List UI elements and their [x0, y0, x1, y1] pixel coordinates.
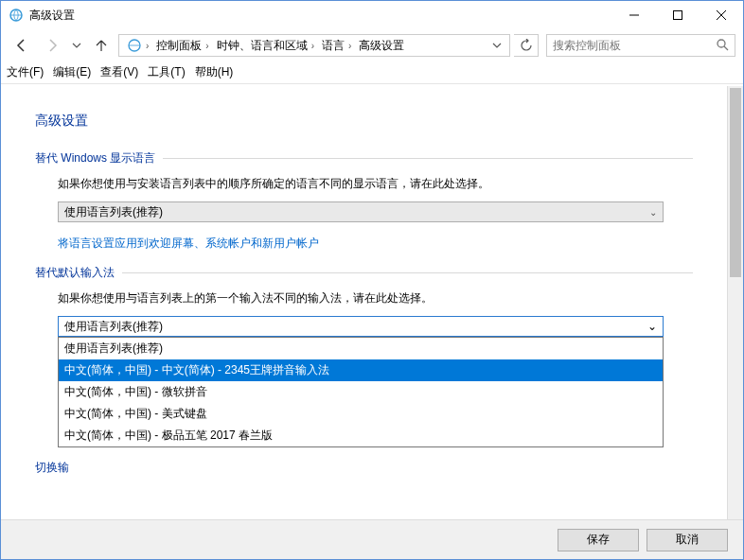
section-title-input-method: 替代默认输入法 [35, 265, 115, 281]
input-method-desc: 如果你想使用与语言列表上的第一个输入法不同的输入法，请在此处选择。 [58, 290, 693, 306]
titlebar: 高级设置 [1, 1, 743, 29]
search-input[interactable]: 搜索控制面板 [546, 34, 735, 57]
nav-row: › 控制面板› 时钟、语言和区域› 语言› 高级设置 搜索控制面板 [1, 29, 743, 61]
svg-rect-2 [674, 11, 682, 20]
chevron-down-icon: ⌄ [647, 320, 657, 333]
chevron-right-icon: › [348, 41, 351, 51]
breadcrumb-seg-1[interactable]: 控制面板› [152, 35, 212, 56]
refresh-button[interactable] [514, 34, 539, 57]
dropdown-option[interactable]: 中文(简体，中国) - 微软拼音 [59, 381, 663, 403]
minimize-button[interactable] [612, 1, 656, 29]
menu-file[interactable]: 文件(F) [7, 64, 44, 80]
section-title-display-lang: 替代 Windows 显示语言 [35, 150, 155, 166]
footer-bar: 保存 取消 [1, 519, 743, 559]
breadcrumb-label: 控制面板 [156, 38, 202, 54]
search-icon [716, 38, 729, 54]
dropdown-option[interactable]: 中文(简体，中国) - 极品五笔 2017 春兰版 [59, 425, 663, 446]
breadcrumb-seg-3[interactable]: 语言› [318, 35, 355, 56]
svg-line-7 [724, 46, 728, 50]
menu-view[interactable]: 查看(V) [100, 64, 138, 80]
svg-point-6 [717, 40, 725, 47]
search-placeholder: 搜索控制面板 [553, 38, 621, 54]
window-title: 高级设置 [29, 8, 612, 24]
menu-edit[interactable]: 编辑(E) [53, 64, 91, 80]
dropdown-option[interactable]: 使用语言列表(推荐) [59, 338, 663, 359]
chevron-down-icon: ⌄ [649, 207, 657, 218]
chevron-right-icon: › [311, 41, 314, 51]
forward-button[interactable] [39, 32, 65, 59]
chevron-right-icon: › [146, 41, 149, 51]
content-pane: 高级设置 替代 Windows 显示语言 如果你想使用与安装语言列表中的顺序所确… [1, 86, 727, 519]
page-title: 高级设置 [35, 113, 693, 130]
vertical-scrollbar[interactable] [727, 86, 743, 519]
dropdown-option[interactable]: 中文(简体，中国) - 中文(简体) - 2345王牌拼音输入法 [59, 359, 663, 381]
up-button[interactable] [88, 32, 115, 59]
breadcrumb-root-icon[interactable]: › [123, 35, 152, 56]
chevron-right-icon: › [205, 41, 208, 51]
menu-tools[interactable]: 工具(T) [148, 64, 185, 80]
breadcrumb-dropdown[interactable] [488, 41, 505, 50]
combo-value: 使用语言列表(推荐) [64, 319, 163, 335]
maximize-button[interactable] [656, 1, 700, 29]
breadcrumb-bar[interactable]: › 控制面板› 时钟、语言和区域› 语言› 高级设置 [118, 34, 510, 57]
dropdown-option[interactable]: 中文(简体，中国) - 美式键盘 [59, 403, 663, 425]
section-title-switch-prefix: 切换输 [35, 460, 69, 476]
menubar: 文件(F) 编辑(E) 查看(V) 工具(T) 帮助(H) [1, 61, 743, 84]
display-lang-combo[interactable]: 使用语言列表(推荐) ⌄ [58, 201, 664, 222]
input-method-dropdown: 使用语言列表(推荐) 中文(简体，中国) - 中文(简体) - 2345王牌拼音… [58, 337, 664, 447]
scroll-thumb[interactable] [730, 88, 741, 277]
back-button[interactable] [9, 32, 35, 59]
app-icon [9, 8, 24, 23]
breadcrumb-seg-4[interactable]: 高级设置 [355, 35, 408, 56]
apply-to-welcome-link[interactable]: 将语言设置应用到欢迎屏幕、系统帐户和新用户帐户 [58, 236, 319, 252]
menu-help[interactable]: 帮助(H) [195, 64, 234, 80]
cancel-button[interactable]: 取消 [647, 529, 728, 551]
combo-value: 使用语言列表(推荐) [64, 204, 163, 220]
close-button[interactable] [700, 1, 743, 29]
breadcrumb-label: 时钟、语言和区域 [217, 38, 308, 54]
recent-dropdown[interactable] [69, 32, 84, 59]
display-lang-desc: 如果你想使用与安装语言列表中的顺序所确定的语言不同的显示语言，请在此处选择。 [58, 176, 693, 192]
breadcrumb-label: 语言 [322, 38, 345, 54]
breadcrumb-label: 高级设置 [359, 38, 404, 54]
input-method-combo[interactable]: 使用语言列表(推荐) ⌄ [58, 316, 664, 337]
breadcrumb-seg-2[interactable]: 时钟、语言和区域› [213, 35, 318, 56]
save-button[interactable]: 保存 [558, 529, 639, 551]
